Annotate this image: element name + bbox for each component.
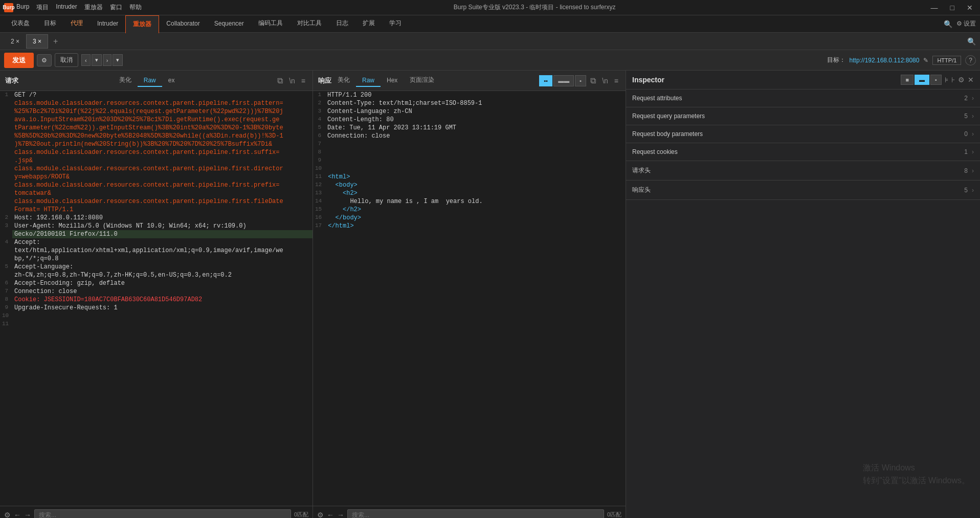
inspector-view-2[interactable]: ▬ xyxy=(915,75,929,85)
title-bar-menu: Burp 项目 Intruder 重放器 窗口 帮助 xyxy=(16,3,142,12)
help-icon[interactable]: ? xyxy=(965,55,976,65)
request-code-area[interactable]: 1 GET /? class.module.classLoader.resour… xyxy=(0,91,313,506)
tab-2[interactable]: 2 × xyxy=(4,34,26,49)
burp-logo: Burp xyxy=(4,3,13,12)
nav-comparer[interactable]: 对比工具 xyxy=(290,15,329,33)
response-search-forward[interactable]: → xyxy=(337,511,344,519)
response-actions: ⧉ \n ≡ xyxy=(588,75,620,86)
request-line-2: 2 Host: 192.168.0.112:8080 xyxy=(0,214,313,222)
response-search-settings[interactable]: ⚙ xyxy=(317,511,324,519)
menu-burp[interactable]: Burp xyxy=(16,3,29,12)
request-action-menu[interactable]: ≡ xyxy=(299,76,307,86)
inspector-align-left[interactable]: ⊧ xyxy=(945,76,948,84)
maximize-button[interactable]: □ xyxy=(947,3,957,13)
nav-proxy[interactable]: 代理 xyxy=(63,15,90,33)
response-search-input[interactable] xyxy=(347,509,604,519)
request-tab-ex[interactable]: ex xyxy=(162,75,181,87)
nav-logger[interactable]: 日志 xyxy=(329,15,355,33)
inspector-row-request-attributes[interactable]: Request attributes 2 › xyxy=(626,89,980,107)
request-line-url5: %5B%5D%20b%20%3D%20new%20byte%5B2048%5D%… xyxy=(0,132,313,140)
back-dropdown[interactable]: ▾ xyxy=(92,54,102,66)
response-tab-beautify[interactable]: 美化 xyxy=(331,74,356,87)
inspector-view-3[interactable]: ▪ xyxy=(930,75,942,85)
nav-collaborator[interactable]: Collaborator xyxy=(159,15,207,33)
inspector-align-right[interactable]: ⊦ xyxy=(951,76,955,84)
response-tab-render[interactable]: 页面渲染 xyxy=(404,74,440,87)
target-url[interactable]: http://192.168.0.112:8080 xyxy=(850,57,920,64)
title-bar: Burp Burp 项目 Intruder 重放器 窗口 帮助 Burp Sui… xyxy=(0,0,980,15)
menu-intruder[interactable]: Intruder xyxy=(56,3,77,12)
minimize-button[interactable]: — xyxy=(928,3,941,13)
response-line-16: 16 </body> xyxy=(313,214,626,222)
search-icon[interactable]: 🔍 xyxy=(944,20,952,28)
settings-nav-button[interactable]: ⚙ 设置 xyxy=(956,19,976,28)
request-tab-beautify[interactable]: 美化 xyxy=(113,74,138,87)
view-single[interactable]: ▪ xyxy=(575,75,586,86)
inspector-row-response-headers[interactable]: 响应头 5 › xyxy=(626,181,980,200)
nav-learn[interactable]: 学习 xyxy=(382,15,409,33)
request-line-1: 1 GET /? xyxy=(0,91,313,99)
response-tab-raw[interactable]: Raw xyxy=(356,75,381,87)
response-tabs: 美化 Raw Hex 页面渲染 xyxy=(331,74,440,87)
request-line-8: 8 Cookie: JSESSIONID=180AC7C0BFAB630C60A… xyxy=(0,296,313,304)
nav-sequencer[interactable]: Sequencer xyxy=(207,15,251,33)
inspector-row-cookies[interactable]: Request cookies 1 › xyxy=(626,143,980,161)
send-button[interactable]: 发送 xyxy=(4,53,34,68)
request-action-copy[interactable]: ⧉ xyxy=(275,75,285,86)
inspector-settings[interactable]: ⚙ xyxy=(958,76,965,84)
nav-repeater[interactable]: 重放器 xyxy=(125,15,159,33)
menu-window[interactable]: 窗口 xyxy=(110,3,122,12)
http-version-badge[interactable]: HTTP/1 xyxy=(932,56,961,65)
request-line-url6: )%7B%20out.println(new%20String(b))%3B%2… xyxy=(0,140,313,148)
nav-extensions[interactable]: 扩展 xyxy=(355,15,382,33)
tab-add-button[interactable]: + xyxy=(48,34,63,49)
inspector-view-1[interactable]: ■ xyxy=(901,75,914,85)
response-line-1: 1 HTTP/1.1 200 xyxy=(313,91,626,99)
inspector-icons: ■ ▬ ▪ ⊧ ⊦ ⚙ ✕ xyxy=(901,75,974,85)
nav-target[interactable]: 目标 xyxy=(37,15,63,33)
inspector-body: Request attributes 2 › Request query par… xyxy=(626,89,980,518)
response-action-menu[interactable]: ≡ xyxy=(612,76,620,86)
menu-help[interactable]: 帮助 xyxy=(129,3,142,12)
menu-project[interactable]: 项目 xyxy=(36,3,49,12)
response-line-9: 9 xyxy=(313,156,626,165)
request-search-back[interactable]: ← xyxy=(14,511,21,519)
request-line-url14: Format= HTTP/1.1 xyxy=(0,206,313,214)
nav-decoder[interactable]: 编码工具 xyxy=(251,15,290,33)
response-line-13: 13 <h2> xyxy=(313,189,626,197)
inspector-row-request-headers[interactable]: 请求头 8 › xyxy=(626,161,980,181)
menu-repeater-title[interactable]: 重放器 xyxy=(84,3,103,12)
search-tab-icon[interactable]: 🔍 xyxy=(967,37,976,46)
request-action-newline[interactable]: \n xyxy=(287,76,297,86)
target-label: 目标： xyxy=(827,56,845,64)
inspector-title: Inspector xyxy=(632,76,664,84)
inspector-row-body-params[interactable]: Request body parameters 0 › xyxy=(626,125,980,143)
inspector-close[interactable]: ✕ xyxy=(968,76,974,84)
inspector-row-query-params[interactable]: Request query parameters 5 › xyxy=(626,107,980,125)
view-split-horizontal[interactable]: ▬▬ xyxy=(553,75,574,86)
edit-target-icon[interactable]: ✎ xyxy=(923,57,928,64)
nav-intruder[interactable]: Intruder xyxy=(90,15,125,33)
close-button[interactable]: ✕ xyxy=(964,3,976,13)
request-search-input[interactable] xyxy=(34,509,291,519)
request-line-3b: Gecko/20100101 Firefox/111.0 xyxy=(0,230,313,238)
request-tab-raw[interactable]: Raw xyxy=(138,75,162,87)
forward-button[interactable]: › xyxy=(103,54,112,66)
back-button[interactable]: ‹ xyxy=(81,54,91,66)
settings-button[interactable]: ⚙ xyxy=(37,54,52,66)
tab-3[interactable]: 3 × xyxy=(26,34,48,49)
view-split-vertical[interactable]: ▪▪ xyxy=(539,75,552,86)
response-search-back[interactable]: ← xyxy=(327,511,334,519)
response-code-area[interactable]: 1 HTTP/1.1 200 2 Content-Type: text/html… xyxy=(313,91,626,506)
request-search-settings[interactable]: ⚙ xyxy=(4,511,11,519)
request-panel-header: 请求 美化 Raw ex ⧉ \n ≡ xyxy=(0,71,313,91)
cancel-button[interactable]: 取消 xyxy=(55,53,78,67)
response-action-copy[interactable]: ⧉ xyxy=(588,75,598,86)
response-tab-hex[interactable]: Hex xyxy=(381,75,404,87)
response-title: 响应 xyxy=(318,76,331,85)
response-action-newline[interactable]: \n xyxy=(600,76,610,86)
toolbar: 发送 ⚙ 取消 ‹ ▾ › ▾ 目标： http://192.168.0.112… xyxy=(0,50,980,71)
request-search-forward[interactable]: → xyxy=(24,511,31,519)
nav-dashboard[interactable]: 仪表盘 xyxy=(4,15,37,33)
forward-dropdown[interactable]: ▾ xyxy=(113,54,123,66)
